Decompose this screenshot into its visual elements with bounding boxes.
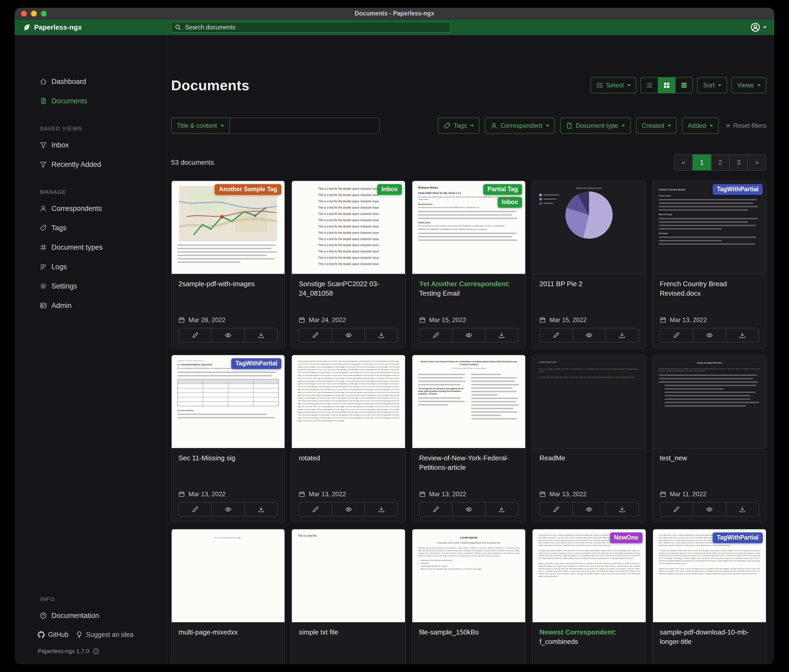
document-thumbnail[interactable]: Lorem ipsum dolor sit amet, consectetur … <box>533 529 645 623</box>
document-title[interactable]: Review-of-New-York-Federal-Petitions-art… <box>419 453 518 473</box>
preview-button[interactable] <box>332 503 364 516</box>
document-card[interactable]: Another Sample Tag2sample-pdf-with-image… <box>171 180 285 348</box>
tag-badge[interactable]: Another Sample Tag <box>215 184 281 195</box>
document-card[interactable]: Adobe Acrobat PDF FilesAdobe® Portable D… <box>653 355 767 522</box>
document-title[interactable]: 2sample-pdf-with-images <box>179 279 278 298</box>
document-card[interactable]: This is a test for the double space char… <box>291 180 405 348</box>
preview-button[interactable] <box>211 328 244 342</box>
view-details-button[interactable] <box>640 77 658 93</box>
document-title[interactable]: sample-pdf-download-10-mb-longer-title <box>660 627 759 647</box>
preview-button[interactable] <box>452 328 485 342</box>
document-title[interactable]: Sec 11-Missing sig <box>179 453 278 473</box>
sidebar-item-documents[interactable]: Documents <box>15 91 167 111</box>
preview-button[interactable] <box>332 328 364 342</box>
document-thumbnail[interactable]: This is a multi page document. Page 1. <box>172 529 284 623</box>
document-title[interactable]: test_new <box>660 453 759 473</box>
zoom-button[interactable] <box>41 11 47 16</box>
document-title[interactable]: file-sample_150kBs <box>419 627 518 647</box>
view-rows-button[interactable] <box>675 77 693 93</box>
edit-button[interactable] <box>299 328 332 342</box>
sidebar-item-recently-added[interactable]: Recently Added <box>15 155 167 174</box>
download-button[interactable] <box>364 503 398 516</box>
document-title[interactable]: French Country Bread Revised.docx <box>660 279 759 298</box>
view-grid-button[interactable] <box>658 77 676 93</box>
download-button[interactable] <box>605 503 638 516</box>
sidebar-item-documentation[interactable]: Documentation <box>15 606 167 625</box>
document-title[interactable]: Yet Another Correspondent: Testing Email <box>419 279 518 298</box>
document-thumbnail[interactable]: Release NotesSimba ODBC Driver for SQL S… <box>412 181 525 274</box>
document-card[interactable]: Release NotesSimba ODBC Driver for SQL S… <box>412 180 526 348</box>
filter-added-button[interactable]: Added <box>682 118 719 134</box>
download-button[interactable] <box>485 503 518 516</box>
download-button[interactable] <box>244 503 277 516</box>
document-title[interactable]: multi-page-mixedxx <box>179 627 278 647</box>
filter-tags-button[interactable]: Tags <box>438 118 479 134</box>
document-thumbnail[interactable]: French Country BreadFor the Levain:Make … <box>653 181 766 274</box>
download-button[interactable] <box>726 503 759 516</box>
user-menu[interactable] <box>751 22 774 32</box>
page-1-button[interactable]: 1 <box>692 154 711 170</box>
document-correspondent[interactable]: Newest Correspondent <box>539 628 614 636</box>
edit-button[interactable] <box>660 328 693 342</box>
edit-button[interactable] <box>420 503 452 516</box>
download-button[interactable] <box>485 328 518 342</box>
document-thumbnail[interactable]: Contact Sheet DemoGiven a set of image f… <box>533 355 645 449</box>
tag-badge[interactable]: TagWithPartial <box>712 532 763 543</box>
page-2-button[interactable]: 2 <box>711 154 730 170</box>
document-card[interactable]: French Country BreadFor the Levain:Make … <box>653 180 767 348</box>
github-link[interactable]: GitHub <box>38 631 69 639</box>
download-button[interactable] <box>605 328 638 342</box>
document-title[interactable]: Sonstige ScanPC2022 03-24_081058 <box>299 279 398 298</box>
document-card[interactable]: Contact Sheet DemoGiven a set of image f… <box>532 355 646 522</box>
document-card[interactable]: Review of New York Federal Petitions for… <box>412 355 526 522</box>
document-correspondent[interactable]: Yet Another Correspondent <box>419 280 508 288</box>
suggest-idea-link[interactable]: Suggest an idea <box>76 631 134 639</box>
document-thumbnail[interactable]: Another Sample Tag <box>172 181 284 274</box>
tag-badge[interactable]: NewOne <box>610 532 642 543</box>
edit-button[interactable] <box>540 328 572 342</box>
document-thumbnail[interactable]: Lorem ipsumLorem ipsum dolor sit amet, c… <box>412 529 525 623</box>
info-icon[interactable] <box>93 648 99 654</box>
prev-page-button[interactable]: « <box>674 154 693 170</box>
reset-filters-button[interactable]: × Reset filters <box>726 122 767 130</box>
document-card[interactable]: Patient BP Distribution 20112011 BP Pie … <box>532 180 646 348</box>
document-card[interactable]: Lorem ipsum dolor sit amet, consectetur … <box>653 529 767 664</box>
document-card[interactable]: It's the text that appears on the first … <box>291 355 405 522</box>
sidebar-item-dashboard[interactable]: Dashboard <box>15 72 167 91</box>
select-button[interactable]: Select <box>591 77 637 93</box>
preview-button[interactable] <box>693 503 725 516</box>
document-thumbnail[interactable]: Lorem ipsum dolor sit amet, consectetur … <box>653 529 766 623</box>
edit-button[interactable] <box>660 503 693 516</box>
download-button[interactable] <box>726 328 759 342</box>
download-button[interactable] <box>364 328 398 342</box>
document-title[interactable]: Newest Correspondent: f_combineds <box>539 627 639 647</box>
document-thumbnail[interactable]: Patient BP Distribution 2011 <box>533 181 645 274</box>
preview-button[interactable] <box>572 503 605 516</box>
sidebar-item-correspondents[interactable]: Correspondents <box>15 199 167 218</box>
edit-button[interactable] <box>179 328 211 342</box>
sidebar-item-logs[interactable]: Logs <box>15 257 167 277</box>
filter-correspondent-button[interactable]: Correspondent <box>485 118 555 134</box>
tag-badge[interactable]: TagWithPartial <box>712 184 763 195</box>
download-button[interactable] <box>244 328 277 342</box>
next-page-button[interactable]: » <box>747 154 767 170</box>
preview-button[interactable] <box>211 503 244 516</box>
document-thumbnail[interactable]: This is a test file. <box>292 529 405 623</box>
page-3-button[interactable]: 3 <box>729 154 748 170</box>
minimize-button[interactable] <box>31 11 37 16</box>
document-title[interactable]: ReadMe <box>539 453 639 473</box>
document-thumbnail[interactable]: Application for Medical Staff Membership… <box>172 355 284 449</box>
document-title[interactable]: rotated <box>299 453 398 473</box>
brand[interactable]: Paperless-ngx <box>15 23 171 32</box>
edit-button[interactable] <box>299 503 332 516</box>
document-card[interactable]: Application for Medical Staff Membership… <box>171 355 285 522</box>
filter-created-button[interactable]: Created <box>636 118 677 134</box>
document-card[interactable]: Lorem ipsum dolor sit amet, consectetur … <box>532 529 646 664</box>
close-button[interactable] <box>21 11 27 16</box>
sidebar-item-tags[interactable]: Tags <box>15 218 167 238</box>
preview-button[interactable] <box>572 328 605 342</box>
sidebar-item-inbox[interactable]: Inbox <box>15 135 167 155</box>
title-content-input[interactable] <box>230 118 380 134</box>
document-card[interactable]: Lorem ipsumLorem ipsum dolor sit amet, c… <box>412 529 526 664</box>
sidebar-item-settings[interactable]: Settings <box>15 277 167 296</box>
